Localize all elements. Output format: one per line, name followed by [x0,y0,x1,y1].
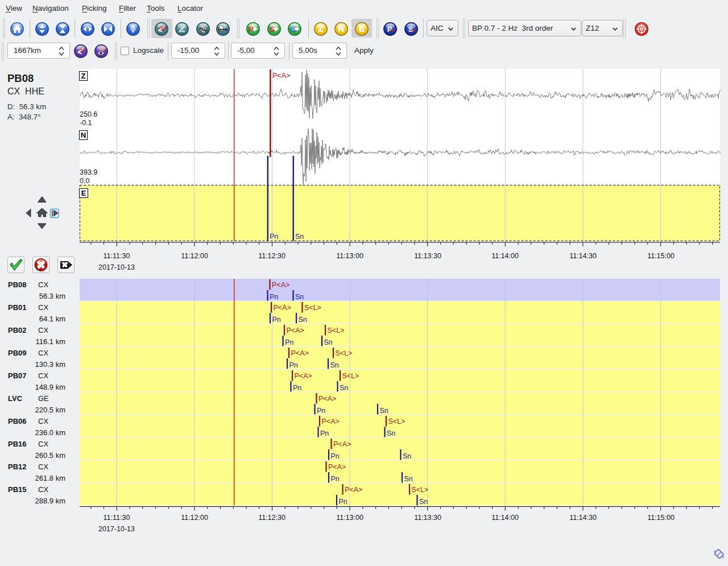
svg-text:P<A>: P<A> [274,304,291,312]
svg-text:P<A>: P<A> [333,440,351,448]
svg-text:Pn: Pn [317,407,325,415]
svg-text:Sn: Sn [330,361,339,369]
svg-text:Pn: Pn [339,498,348,506]
svg-text:S<L>: S<L> [304,304,321,312]
svg-text:Sn: Sn [299,316,307,324]
svg-text:Sn: Sn [419,498,428,506]
svg-text:S<L>: S<L> [412,486,429,494]
svg-text:Pn: Pn [293,384,301,392]
svg-text:S<L>: S<L> [342,372,359,380]
svg-text:Sn: Sn [387,429,395,437]
svg-text:P<A>: P<A> [318,395,336,403]
svg-text:P<A>: P<A> [295,372,312,380]
svg-text:S<L>: S<L> [388,418,406,425]
svg-text:C: C [205,28,208,34]
svg-text:P<A>: P<A> [328,463,346,471]
svg-text:Sn: Sn [324,338,333,346]
svg-text:Pn: Pn [289,361,298,369]
svg-text:Pn: Pn [331,452,340,460]
svg-text:P<A>: P<A> [345,486,362,494]
svg-text:Sn: Sn [404,475,413,483]
svg-text:P<A>: P<A> [291,349,309,357]
svg-text:Sn: Sn [295,293,304,301]
svg-text:P<A>: P<A> [322,418,340,425]
svg-text:Sn: Sn [403,452,411,460]
svg-text:S<L>: S<L> [328,327,345,334]
svg-text:P<A>: P<A> [272,281,289,289]
svg-text:Pn: Pn [270,293,278,301]
svg-text:Pn: Pn [320,429,329,437]
svg-text:Pn: Pn [331,475,340,483]
svg-text:Sn: Sn [380,407,388,415]
svg-text:Pn: Pn [285,338,293,346]
svg-text:S<L>: S<L> [336,349,353,357]
svg-text:Pn: Pn [272,316,281,324]
svg-text:P<A>: P<A> [287,327,304,334]
svg-text:Sn: Sn [340,384,348,392]
